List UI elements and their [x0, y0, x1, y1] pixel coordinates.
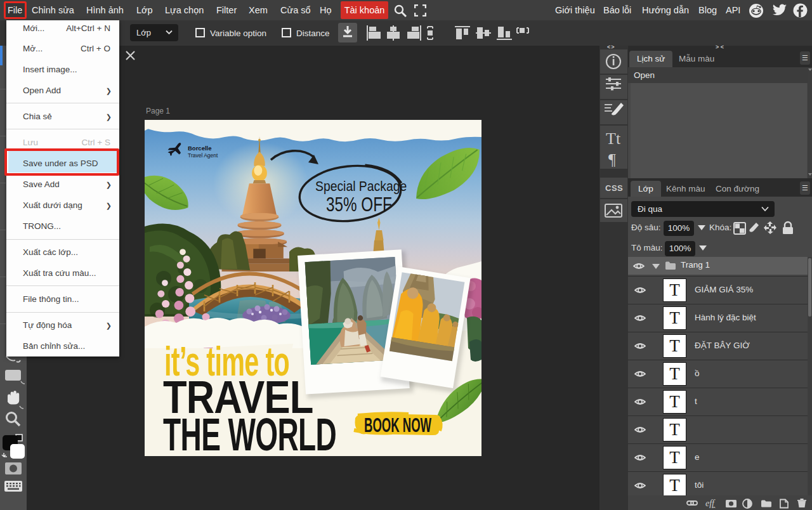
svg-text:Borcelle: Borcelle: [188, 145, 212, 152]
svg-text:eff̭: eff̭: [705, 499, 716, 508]
svg-text:THE WORLD: THE WORLD: [163, 409, 336, 456]
svg-text:35% OFF: 35% OFF: [326, 193, 392, 216]
svg-text:BOOK NOW: BOOK NOW: [364, 414, 431, 437]
svg-text:Travel Agent: Travel Agent: [188, 152, 218, 159]
svg-text:Tt: Tt: [606, 129, 621, 148]
svg-text:Special Package: Special Package: [315, 178, 407, 193]
svg-text:CSS: CSS: [605, 183, 623, 193]
svg-text:¶: ¶: [608, 150, 616, 169]
